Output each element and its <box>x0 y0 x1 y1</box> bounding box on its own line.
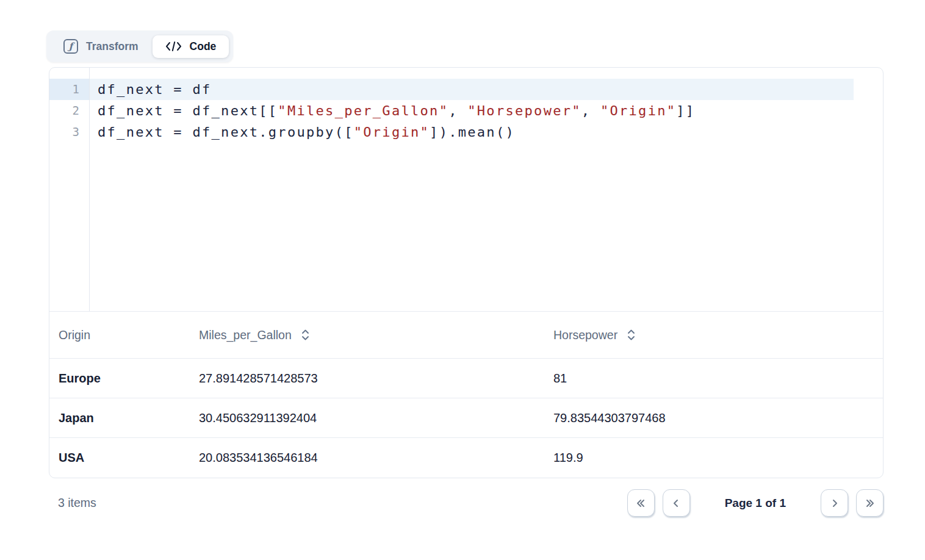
page-indicator: Page 1 of 1 <box>725 497 786 510</box>
chevron-right-icon <box>829 497 841 509</box>
code-lines[interactable]: df_next = dfdf_next = df_next[["Miles_pe… <box>90 68 883 311</box>
code-line[interactable]: df_next = df_next.groupby(["Origin"]).me… <box>90 121 854 143</box>
table-cell-horsepower: 119.9 <box>553 451 883 465</box>
table-cell-origin: USA <box>59 451 199 465</box>
column-label: Horsepower <box>553 328 617 342</box>
column-header-horsepower[interactable]: Horsepower <box>553 328 883 342</box>
line-number-gutter: 123 <box>49 68 90 311</box>
table-cell-miles_per_gallon: 30.450632911392404 <box>199 411 553 425</box>
next-page-button[interactable] <box>821 489 848 517</box>
sort-chevrons-icon[interactable] <box>627 329 636 341</box>
code-and-results-panel: 123 df_next = dfdf_next = df_next[["Mile… <box>49 67 884 478</box>
double-chevron-left-icon <box>635 497 647 509</box>
function-icon: ƒ <box>63 39 78 54</box>
table-body: Europe27.89142857142857381Japan30.450632… <box>49 359 883 478</box>
code-icon <box>165 41 182 52</box>
items-count: 3 items <box>49 496 96 510</box>
page: ƒ Transform Code 123 df_next = dfdf_next… <box>0 0 925 560</box>
code-line[interactable]: df_next = df_next[["Miles_per_Gallon", "… <box>90 100 854 121</box>
line-number: 3 <box>49 121 89 143</box>
code-line[interactable]: df_next = df <box>90 79 854 100</box>
chevron-left-icon <box>670 497 682 509</box>
prev-page-button[interactable] <box>663 489 690 517</box>
table-row: Europe27.89142857142857381 <box>49 359 883 398</box>
table-cell-origin: Japan <box>59 411 199 425</box>
table-row: USA20.083534136546184119.9 <box>49 438 883 478</box>
tab-transform-label: Transform <box>86 40 139 53</box>
table-cell-horsepower: 79.83544303797468 <box>553 411 883 425</box>
line-number: 2 <box>49 100 89 121</box>
table-cell-miles_per_gallon: 27.891428571428573 <box>199 372 553 386</box>
first-page-button[interactable] <box>627 489 655 517</box>
view-mode-tabs: ƒ Transform Code <box>46 31 233 62</box>
tab-code[interactable]: Code <box>153 35 229 58</box>
line-number: 1 <box>49 79 89 100</box>
sort-chevrons-icon[interactable] <box>301 329 310 341</box>
table-header-row: Origin Miles_per_Gallon Horsepower <box>49 312 883 359</box>
table-cell-miles_per_gallon: 20.083534136546184 <box>199 451 553 465</box>
table-cell-horsepower: 81 <box>553 372 883 386</box>
table-row: Japan30.45063291139240479.83544303797468 <box>49 398 883 438</box>
tab-transform[interactable]: ƒ Transform <box>51 34 151 59</box>
code-editor[interactable]: 123 df_next = dfdf_next = df_next[["Mile… <box>49 68 883 312</box>
column-header-miles-per-gallon[interactable]: Miles_per_Gallon <box>199 328 553 342</box>
column-label: Miles_per_Gallon <box>199 328 292 342</box>
pager-controls: Page 1 of 1 <box>627 489 884 517</box>
pagination-bar: 3 items Page 1 of 1 <box>49 489 884 517</box>
last-page-button[interactable] <box>856 489 884 517</box>
column-header-origin: Origin <box>59 328 199 342</box>
table-cell-origin: Europe <box>59 372 199 386</box>
tab-code-label: Code <box>190 40 217 53</box>
column-label: Origin <box>59 328 90 342</box>
double-chevron-right-icon <box>864 497 876 509</box>
